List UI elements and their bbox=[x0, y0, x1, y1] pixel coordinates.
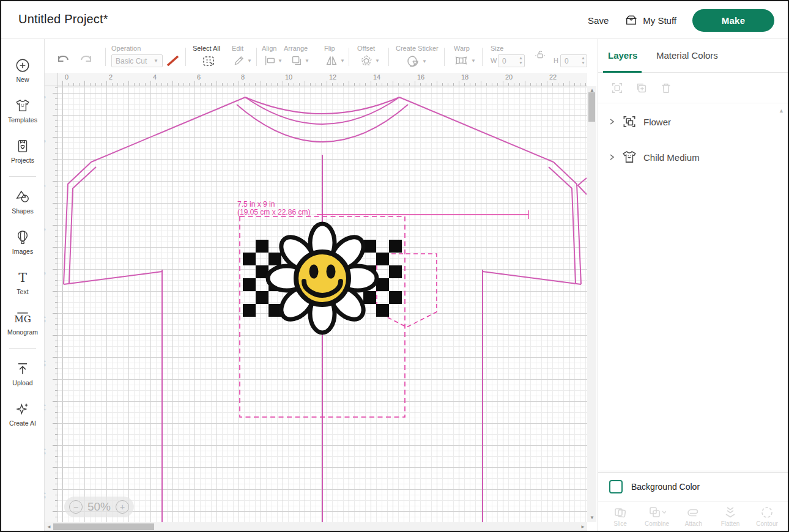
sidebar-item-projects[interactable]: Projects bbox=[1, 131, 44, 171]
ruler-tick bbox=[398, 83, 399, 86]
ruler-tick bbox=[53, 225, 57, 226]
make-button[interactable]: Make bbox=[692, 9, 774, 32]
trash-icon[interactable] bbox=[659, 81, 673, 95]
ruler-tick bbox=[55, 258, 57, 259]
scroll-left-icon[interactable]: ◄ bbox=[46, 525, 51, 530]
flip-button[interactable]: ▼ bbox=[324, 54, 345, 67]
width-input[interactable]: 0 ▲▼ bbox=[498, 54, 525, 67]
layer-row-child-medium[interactable]: Child Medium bbox=[598, 143, 789, 171]
checker-cell bbox=[376, 304, 389, 317]
ruler-tick bbox=[194, 81, 195, 86]
redo-button[interactable] bbox=[78, 51, 94, 66]
ruler-number: 10 bbox=[285, 73, 292, 81]
ruler-tick bbox=[112, 83, 113, 86]
size-label: Size bbox=[491, 45, 503, 52]
horizontal-scrollbar[interactable]: ◄ ► bbox=[45, 522, 587, 531]
scroll-right-icon[interactable]: ► bbox=[580, 525, 585, 530]
sidebar-item-images[interactable]: Images bbox=[1, 222, 44, 262]
create-sticker-button[interactable]: ▼ bbox=[405, 54, 427, 68]
flatten-button[interactable]: Flatten bbox=[713, 505, 748, 527]
contour-button[interactable]: Contour bbox=[749, 505, 785, 527]
panel-tabs: Layers Material Colors bbox=[598, 39, 789, 73]
ruler-number: 18 bbox=[45, 492, 46, 499]
lock-open-icon[interactable] bbox=[533, 49, 547, 61]
group-layer-icon bbox=[621, 114, 637, 130]
ruler-tick bbox=[503, 81, 503, 86]
sidebar-item-upload[interactable]: Upload bbox=[1, 353, 44, 394]
edit-button[interactable]: ▼ bbox=[232, 54, 252, 67]
stepper-arrows[interactable]: ▲▼ bbox=[519, 56, 523, 65]
sidebar-item-text[interactable]: T Text bbox=[1, 262, 44, 303]
slice-button[interactable]: Slice bbox=[602, 505, 638, 527]
sidebar-divider bbox=[9, 348, 36, 349]
ruler-tick bbox=[55, 297, 57, 297]
background-color-checkbox[interactable] bbox=[609, 480, 623, 493]
ruler-tick bbox=[55, 302, 57, 303]
flower-eye-left bbox=[309, 265, 319, 279]
tshirt-layer-icon bbox=[621, 149, 637, 165]
combine-button[interactable]: Combine bbox=[639, 505, 675, 527]
sparkle-icon bbox=[15, 401, 31, 417]
align-button[interactable]: ▼ bbox=[263, 54, 283, 67]
operation-dropdown[interactable]: Basic Cut ▼ bbox=[111, 54, 163, 67]
ruler-tick bbox=[55, 104, 57, 105]
ruler-number: 14 bbox=[373, 73, 380, 81]
ruler-tick bbox=[73, 83, 74, 86]
height-input[interactable]: 0 ▲▼ bbox=[560, 54, 587, 67]
project-title[interactable]: Untitled Project* bbox=[18, 12, 108, 26]
ruler-tick bbox=[541, 83, 542, 86]
ruler-tick bbox=[244, 83, 245, 86]
sidebar-item-create-ai[interactable]: Create AI bbox=[1, 394, 44, 434]
ruler-number: 10 bbox=[45, 316, 46, 323]
group-icon[interactable] bbox=[610, 81, 624, 95]
horizontal-scroll-thumb[interactable] bbox=[53, 523, 154, 530]
select-all-button[interactable] bbox=[201, 54, 216, 68]
sidebar-item-new[interactable]: New bbox=[1, 50, 44, 91]
ruler-tick bbox=[365, 83, 366, 86]
zoom-out-button[interactable]: − bbox=[69, 500, 83, 514]
chevron-right-icon[interactable] bbox=[608, 118, 615, 125]
chevron-down-icon: ▼ bbox=[422, 59, 427, 64]
color-swatch[interactable] bbox=[166, 54, 180, 67]
sidebar-item-monogram[interactable]: MG Monogram bbox=[1, 303, 44, 343]
arrange-button[interactable]: ▼ bbox=[290, 54, 309, 67]
save-button[interactable]: Save bbox=[588, 15, 609, 26]
ruler-tick bbox=[55, 87, 57, 88]
stepper-arrows[interactable]: ▲▼ bbox=[581, 56, 585, 65]
ruler-tick bbox=[55, 330, 57, 330]
ruler-tick bbox=[360, 83, 360, 86]
tab-layers[interactable]: Layers bbox=[608, 50, 637, 61]
zoom-in-button[interactable]: + bbox=[116, 500, 129, 514]
attach-button[interactable]: Attach bbox=[676, 505, 711, 527]
scroll-down-icon[interactable]: ▼ bbox=[590, 515, 595, 520]
flower-design[interactable] bbox=[243, 224, 402, 333]
vertical-scrollbar[interactable]: ▲ ▼ bbox=[587, 86, 596, 522]
layer-row-flower[interactable]: Flower bbox=[598, 108, 789, 136]
ruler-tick bbox=[519, 83, 520, 86]
ruler-tick bbox=[55, 385, 57, 385]
ruler-tick bbox=[53, 181, 57, 182]
ruler-tick bbox=[53, 93, 57, 94]
vertical-scroll-thumb[interactable] bbox=[588, 92, 595, 122]
warp-button[interactable]: ▼ bbox=[453, 54, 476, 67]
ruler-tick bbox=[305, 81, 305, 86]
upload-icon bbox=[15, 361, 31, 377]
my-stuff-button[interactable]: My Stuff bbox=[624, 13, 676, 27]
chevron-right-icon[interactable] bbox=[608, 153, 615, 161]
duplicate-icon[interactable] bbox=[635, 81, 648, 95]
checker-cell bbox=[389, 291, 402, 304]
monogram-icon: MG bbox=[14, 310, 31, 326]
ruler-tick bbox=[420, 83, 421, 86]
sidebar-item-shapes[interactable]: Shapes bbox=[1, 182, 44, 222]
undo-button[interactable] bbox=[55, 51, 71, 66]
tab-material-colors[interactable]: Material Colors bbox=[656, 50, 718, 61]
ruler-tick bbox=[55, 286, 57, 286]
sidebar-item-templates[interactable]: Templates bbox=[1, 91, 44, 131]
ruler-tick bbox=[255, 83, 256, 86]
offset-button[interactable]: ▼ bbox=[359, 54, 380, 67]
ruler-tick bbox=[437, 81, 437, 86]
text-icon: T bbox=[15, 270, 31, 286]
ruler-number: 6 bbox=[45, 227, 46, 231]
canvas-grid[interactable]: 7.5 in x 9 in (19.05 cm x 22.86 cm) − 50… bbox=[58, 86, 587, 522]
ruler-tick bbox=[183, 83, 184, 86]
